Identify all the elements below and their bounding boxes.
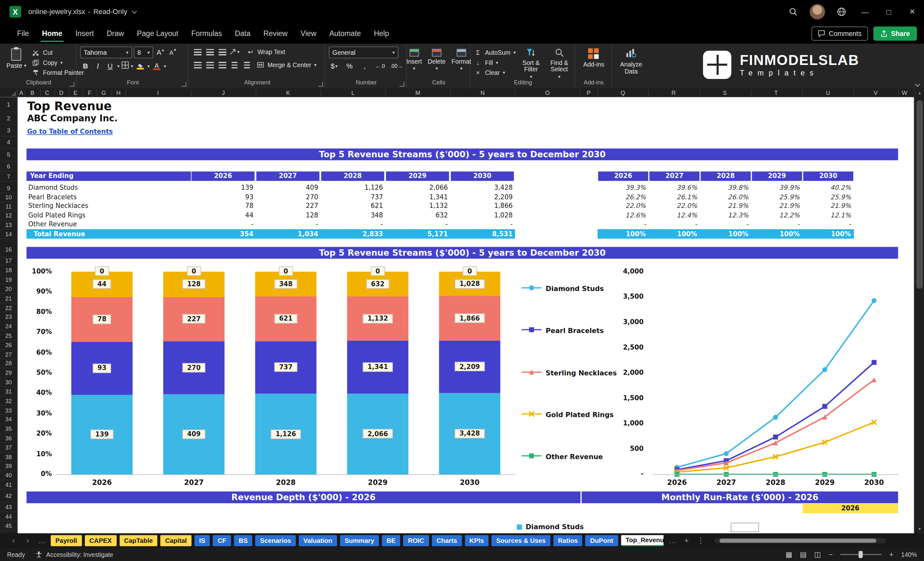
table-cell-value[interactable]: - (457, 220, 513, 229)
normal-view-icon[interactable]: ▦ (786, 550, 792, 558)
page-layout-view-icon[interactable]: ▤ (800, 550, 807, 558)
row-header-34[interactable]: 34 (0, 415, 17, 424)
table-cell-percent[interactable]: 12.3% (704, 211, 748, 220)
row-header-28[interactable]: 28 (0, 359, 17, 368)
sort-filter-button[interactable]: Sort & Filter▾ (518, 46, 544, 78)
table-cell-percent[interactable]: - (602, 220, 646, 229)
table-cell-percent[interactable]: 39.8% (704, 183, 748, 192)
table-cell-percent[interactable]: - (807, 220, 851, 229)
column-header-L[interactable]: L (346, 88, 360, 98)
column-header-M[interactable]: M (411, 88, 425, 98)
row-header-37[interactable]: 37 (0, 443, 17, 452)
table-cell-value[interactable]: 1,132 (392, 201, 448, 210)
menu-page-layout[interactable]: Page Layout (130, 24, 185, 44)
pct-header-year-2026[interactable]: 2026 (598, 172, 648, 181)
document-title[interactable]: online-jewelry.xlsx - Read-Only (28, 8, 136, 16)
column-header-K[interactable]: K (281, 88, 295, 98)
table-cell-value[interactable]: 44 (197, 211, 254, 220)
align-right-button[interactable] (217, 60, 227, 70)
pct-header-year-2027[interactable]: 2027 (650, 172, 699, 181)
row-header-10[interactable]: 10 (0, 193, 17, 202)
vertical-scrollbar[interactable]: ▴ ▾ (914, 88, 924, 533)
sheet-tab-is[interactable]: IS (195, 535, 210, 546)
insert-cells-button[interactable]: Insert▾ (405, 46, 424, 78)
sheet-tab-sources-uses[interactable]: Sources & Uses (492, 535, 550, 546)
table-cell-value[interactable]: 93 (197, 192, 254, 201)
table-row-label-diamond-studs[interactable]: Diamond Studs (28, 183, 78, 192)
chevron-down-icon[interactable]: ▾ (117, 63, 119, 69)
row-header-3[interactable]: 3 (0, 125, 17, 136)
row-header-22[interactable]: 22 (0, 303, 17, 312)
row-header-12[interactable]: 12 (0, 212, 17, 220)
table-cell-percent[interactable]: 22.0% (653, 201, 697, 210)
table-header-year-ending[interactable]: Year Ending (26, 172, 191, 181)
sheet-tab-scenarios[interactable]: Scenarios (255, 535, 296, 546)
table-cell-percent[interactable]: 21.9% (704, 201, 748, 210)
table-header-year-2029[interactable]: 2029 (386, 172, 449, 181)
table-row-label-gold-plated-rings[interactable]: Gold Plated Rings (28, 211, 86, 220)
table-row-label-sterling-necklaces[interactable]: Sterling Necklaces (28, 201, 88, 210)
table-cell-percent[interactable]: 39.6% (653, 183, 697, 192)
zoom-level[interactable]: 140% (901, 551, 917, 558)
zoom-out-button[interactable]: − (828, 550, 832, 558)
table-cell-value[interactable]: 139 (197, 183, 254, 192)
table-cell-value[interactable]: 1,341 (392, 192, 448, 201)
row-header-33[interactable]: 33 (0, 406, 17, 415)
table-cell-value[interactable]: 1,028 (457, 211, 513, 220)
minimize-button[interactable]: — (854, 0, 877, 24)
column-header-U[interactable]: U (821, 88, 835, 98)
avatar[interactable] (810, 4, 825, 20)
scroll-up-icon[interactable]: ▴ (915, 88, 924, 98)
table-cell-percent[interactable]: 12.4% (653, 211, 697, 220)
table-cell-percent[interactable]: 39.3% (602, 183, 646, 192)
column-header-D[interactable]: D (54, 88, 68, 98)
table-cell-value[interactable]: 409 (262, 183, 318, 192)
table-cell-percent[interactable]: 12.6% (602, 211, 646, 220)
table-cell-value[interactable]: 3,428 (457, 183, 513, 192)
table-cell-percent[interactable]: - (756, 220, 800, 229)
table-cell-value[interactable]: - (197, 220, 254, 229)
row-header-38[interactable]: 38 (0, 452, 17, 462)
menu-formulas[interactable]: Formulas (184, 24, 228, 44)
column-header-W[interactable]: W (898, 88, 912, 98)
fill-button[interactable]: ↓Fill▾ (474, 58, 516, 67)
table-header-year-2026[interactable]: 2026 (192, 172, 255, 181)
decrease-decimal-button[interactable]: .00→ (390, 61, 403, 71)
share-button[interactable]: Share (873, 26, 917, 40)
sheet-title-cell[interactable]: Top Revenue (27, 99, 112, 113)
tabs-menu-icon[interactable]: … (37, 536, 47, 545)
row-header-43[interactable]: 43 (0, 503, 17, 512)
horizontal-scrollbar-thumb[interactable] (720, 538, 876, 543)
column-header-I[interactable]: I (151, 88, 165, 98)
menu-data[interactable]: Data (228, 24, 257, 44)
row-header-41[interactable]: 41 (0, 480, 17, 490)
sheet-tab-charts[interactable]: Charts (432, 535, 462, 546)
company-name-cell[interactable]: ABC Company Inc. (27, 113, 117, 123)
column-header-Q[interactable]: Q (616, 88, 630, 98)
table-cell-percent[interactable]: 26.0% (704, 192, 748, 201)
column-header-B[interactable]: B (26, 88, 39, 98)
search-icon[interactable] (782, 0, 805, 24)
column-header-E[interactable]: E (69, 88, 82, 98)
table-cell-percent[interactable]: 39.9% (756, 183, 800, 192)
revenue-depth-banner[interactable]: Revenue Depth ($'000) - 2026 (26, 492, 580, 503)
table-header-year-2028[interactable]: 2028 (321, 172, 384, 181)
table-cell-value[interactable]: 632 (392, 211, 448, 220)
sheet-tab-top-revenue[interactable]: Top_Revenue (621, 535, 663, 546)
row-header-23[interactable]: 23 (0, 313, 17, 322)
table-cell-value[interactable]: 270 (262, 192, 318, 201)
tabs-scroll-left-icon[interactable]: ‹ (8, 536, 19, 545)
row-header-31[interactable]: 31 (0, 387, 17, 396)
sheet-tab-capex[interactable]: CAPEX (85, 535, 117, 546)
italic-button[interactable]: I (93, 61, 103, 71)
column-header-H[interactable]: H (111, 88, 126, 98)
sheet-tab-payroll[interactable]: Payroll (51, 535, 82, 546)
zoom-slider[interactable] (840, 554, 882, 555)
borders-button[interactable] (121, 61, 129, 71)
menu-automate[interactable]: Automate (323, 24, 368, 44)
dialog-launcher-icon[interactable] (318, 82, 323, 87)
align-bottom-button[interactable] (217, 46, 227, 57)
copy-button[interactable]: Copy▾ (32, 58, 84, 67)
clear-button[interactable]: ×Clear▾ (474, 68, 516, 77)
row-header-17[interactable]: 17 (0, 256, 17, 266)
